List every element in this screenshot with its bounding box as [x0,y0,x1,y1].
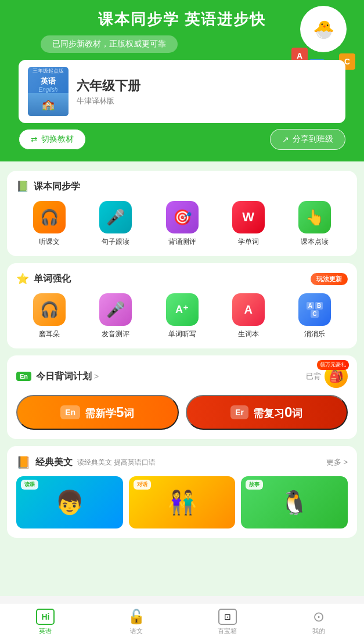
content-area: 📗 课本同步学 🎧 听课文 🎤 句子跟读 🎯 背诵测评 W 学单词 👆 [0,161,364,596]
switch-button[interactable]: ⇄ 切换教材 [19,129,86,150]
switch-label: 切换教材 [41,134,74,145]
cover-sub: English [39,87,58,93]
switch-icon: ⇄ [31,135,38,144]
classic-cards: 读课 👦 对话 👫 故事 🐧 [16,476,348,528]
cover-label: 三年级起点版 [33,67,64,75]
plan-header: En 今日背词计划 > 已背 🎒 领万元豪礼 [16,365,348,388]
plan-arrow: > [94,372,99,381]
app-item-listen[interactable]: 🎧 听课文 [16,201,82,247]
card-emoji-3: 🐧 [280,489,309,516]
recite-icon: 🎯 [166,201,199,233]
new-words-button[interactable]: En 需新学5词 [16,395,179,430]
sync-app-grid: 🎧 听课文 🎤 句子跟读 🎯 背诵测评 W 学单词 👆 课本点读 [16,201,348,247]
nav-chinese-label: 语文 [130,627,143,635]
pronounce-icon: 🎤 [99,293,132,326]
app-item-ear[interactable]: 🎧 磨耳朵 [16,293,82,339]
nav-english-label: 英语 [39,627,52,635]
listen-label: 听课文 [39,237,60,247]
sync-title: 课本同步学 [34,181,348,193]
vocab-book-icon: A [232,293,265,326]
recite-label: 背诵测评 [168,237,196,247]
review-word-text: 需复习0词 [253,404,302,420]
plan-buttons: En 需新学5词 Er 需复习0词 [16,395,348,430]
nav-box-label: 百宝箱 [218,627,237,635]
words-icon: W [232,201,265,233]
card-emoji-2: 👫 [168,489,197,516]
read-icon: 👆 [298,201,331,233]
classic-more[interactable]: 更多 > [326,457,348,468]
card-label-3: 故事 [246,480,263,490]
cover-img: 🏫 [28,93,69,116]
textbook-grade: 六年级下册 [77,77,336,95]
plan-title: 今日背词计划 [36,371,92,383]
app-item-dictation[interactable]: A⁺ 单词听写 [149,293,215,339]
ear-icon: 🎧 [33,293,66,326]
nav-item-english[interactable]: Hi 英语 [0,603,91,640]
nav-profile-icon: ⊙ [313,609,325,625]
action-row: ⇄ 切换教材 ↗ 分享到班级 [19,129,345,150]
app-item-game[interactable]: A B C 消消乐 [282,293,348,339]
classic-title: 经典美文 [35,456,73,469]
vocab-header: ⭐ 单词强化 玩法更新 [16,272,348,285]
vocab-icon: ⭐ [16,272,29,285]
game-label: 消消乐 [304,329,325,339]
share-label: 分享到班级 [293,134,333,145]
vocab-app-grid: 🎧 磨耳朵 🎤 发音测评 A⁺ 单词听写 A 生词本 A B [16,293,348,339]
nav-english-icon: Hi [36,609,55,625]
plan-icon: En [16,372,31,381]
textbook-card: 三年级起点版 英语 English 🏫 六年级下册 牛津译林版 [19,60,345,123]
textbook-cover: 三年级起点版 英语 English 🏫 [28,67,69,116]
textbook-publisher: 牛津译林版 [77,96,336,106]
cover-title: 英语 [41,76,56,87]
textbook-info: 六年级下册 牛津译林版 [77,77,336,106]
app-item-read[interactable]: 👆 课本点读 [282,201,348,247]
nav-item-profile[interactable]: ⊙ 我的 [273,603,364,640]
share-button[interactable]: ↗ 分享到班级 [270,129,345,150]
share-icon: ↗ [282,135,289,144]
classic-subtitle: 读经典美文 提高英语口语 [77,458,156,468]
bottom-nav: Hi 英语 🔓 语文 ⊡ 百宝箱 ⊙ 我的 [0,603,364,640]
card-label-2: 对话 [134,480,151,490]
game-icon: A B C [298,293,331,326]
plan-status-text: 已背 [306,371,321,382]
app-item-follow[interactable]: 🎤 句子跟读 [82,201,149,247]
new-word-text: 需新学5词 [85,404,134,420]
dictation-label: 单词听写 [168,329,196,339]
classic-header: 📙 经典美文 读经典美文 提高英语口语 更多 > [16,455,348,469]
follow-label: 句子跟读 [102,237,129,247]
dictation-icon: A⁺ [166,293,199,326]
vocab-book-label: 生词本 [238,329,259,339]
app-item-vocab-book[interactable]: A 生词本 [215,293,282,339]
plan-status: 已背 🎒 领万元豪礼 [306,365,348,388]
review-en-badge: Er [230,405,248,419]
sync-icon: 📗 [16,180,29,193]
plan-section: En 今日背词计划 > 已背 🎒 领万元豪礼 En 需新学5词 Er 需复习0词 [7,355,357,439]
app-item-words[interactable]: W 学单词 [215,201,282,247]
gift-badge: 领万元豪礼 [317,360,349,370]
mascot-face: 🐣 [300,6,347,52]
listen-icon: 🎧 [33,201,66,233]
sync-header: 📗 课本同步学 [16,180,348,193]
new-en-badge: En [60,405,80,419]
words-label: 学单词 [238,237,259,247]
app-item-pronounce[interactable]: 🎤 发音测评 [82,293,149,339]
vocab-title: 单词强化 [34,273,311,285]
classic-card-1[interactable]: 读课 👦 [16,476,123,528]
nav-item-box[interactable]: ⊡ 百宝箱 [182,603,273,640]
ear-label: 磨耳朵 [39,329,60,339]
card-label-1: 读课 [21,480,38,490]
classic-card-3[interactable]: 故事 🐧 [241,476,348,528]
classic-section: 📙 经典美文 读经典美文 提高英语口语 更多 > 读课 👦 对话 👫 故事 🐧 [7,446,357,538]
card-emoji-1: 👦 [55,489,84,516]
header-subtitle: 已同步新教材，正版权威更可靠 [41,35,178,53]
review-words-button[interactable]: Er 需复习0词 [186,395,348,430]
app-item-recite[interactable]: 🎯 背诵测评 [149,201,215,247]
nav-chinese-icon: 🔓 [128,609,145,625]
pronounce-label: 发音测评 [102,329,129,339]
classic-card-2[interactable]: 对话 👫 [129,476,236,528]
follow-icon: 🎤 [99,201,132,233]
nav-item-chinese[interactable]: 🔓 语文 [91,603,182,640]
sync-section: 📗 课本同步学 🎧 听课文 🎤 句子跟读 🎯 背诵测评 W 学单词 👆 [7,171,357,256]
classic-icon: 📙 [16,455,31,469]
nav-box-icon: ⊡ [218,609,237,625]
